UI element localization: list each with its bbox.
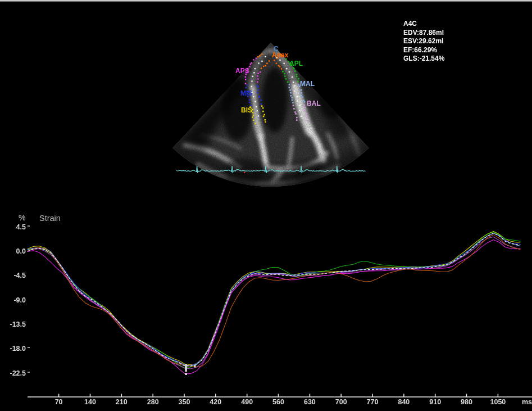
svg-text:700: 700 bbox=[335, 398, 347, 406]
svg-text:560: 560 bbox=[272, 398, 284, 406]
svg-text:420: 420 bbox=[210, 398, 221, 406]
svg-text:MAL: MAL bbox=[300, 80, 315, 88]
svg-text:EDV:87.86ml: EDV:87.86ml bbox=[403, 29, 444, 37]
svg-text:EF:66.29%: EF:66.29% bbox=[403, 46, 437, 54]
svg-text:BIS: BIS bbox=[241, 106, 252, 114]
svg-text:4.5: 4.5 bbox=[16, 223, 26, 231]
svg-text:910: 910 bbox=[429, 398, 441, 406]
svg-text:-4.5: -4.5 bbox=[13, 272, 26, 279]
svg-text:840: 840 bbox=[398, 398, 410, 406]
svg-text:Strain: Strain bbox=[39, 214, 61, 223]
svg-text:APL: APL bbox=[289, 60, 303, 67]
svg-text:A4C: A4C bbox=[403, 20, 417, 28]
svg-text:MIS: MIS bbox=[240, 89, 252, 97]
svg-text:630: 630 bbox=[304, 398, 316, 406]
svg-text:-13.5: -13.5 bbox=[10, 320, 26, 328]
svg-text:%: % bbox=[19, 213, 25, 222]
svg-text:490: 490 bbox=[241, 398, 253, 406]
svg-text:280: 280 bbox=[147, 398, 159, 406]
svg-text:210: 210 bbox=[116, 398, 128, 406]
svg-text:350: 350 bbox=[179, 398, 190, 406]
svg-text:0.0: 0.0 bbox=[16, 247, 26, 255]
svg-text:1050: 1050 bbox=[490, 398, 506, 406]
svg-text:APS: APS bbox=[235, 67, 249, 75]
svg-text:GLS:-21.54%: GLS:-21.54% bbox=[403, 55, 445, 62]
svg-text:BAL: BAL bbox=[307, 100, 321, 107]
svg-text:ESV:29.62ml: ESV:29.62ml bbox=[403, 37, 443, 45]
svg-text:ms: ms bbox=[522, 398, 532, 406]
svg-text:140: 140 bbox=[84, 398, 96, 406]
svg-text:770: 770 bbox=[367, 398, 379, 406]
svg-text:70: 70 bbox=[55, 398, 63, 406]
svg-text:980: 980 bbox=[461, 398, 472, 406]
svg-text:Apex: Apex bbox=[272, 51, 289, 59]
svg-text:-9.0: -9.0 bbox=[13, 296, 26, 304]
svg-text:-22.5: -22.5 bbox=[10, 369, 26, 377]
svg-text:-18.0: -18.0 bbox=[10, 345, 26, 353]
